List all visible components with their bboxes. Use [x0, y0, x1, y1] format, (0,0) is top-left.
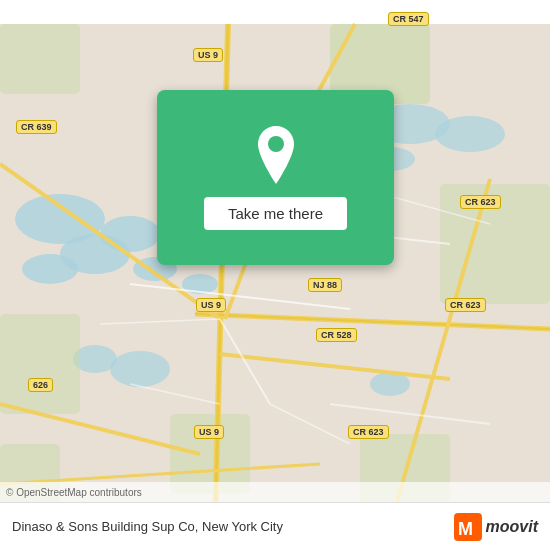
- road-label-626: 626: [28, 378, 53, 392]
- moovit-text: moovit: [486, 518, 538, 536]
- road-label-cr639: CR 639: [16, 120, 57, 134]
- road-label-us9-bot: US 9: [194, 425, 224, 439]
- road-label-us9-top: US 9: [193, 48, 223, 62]
- svg-rect-16: [0, 314, 80, 414]
- road-label-cr528: CR 528: [316, 328, 357, 342]
- map-background: [0, 0, 550, 550]
- svg-point-39: [268, 136, 284, 152]
- location-icon: [246, 125, 306, 185]
- attribution-bar: © OpenStreetMap contributors: [0, 482, 550, 502]
- svg-rect-14: [0, 24, 80, 94]
- road-label-us9-mid: US 9: [196, 298, 226, 312]
- action-card: Take me there: [157, 90, 394, 265]
- moovit-logo: M moovit: [454, 513, 538, 541]
- svg-text:M: M: [458, 519, 473, 539]
- road-label-cr623-bot: CR 623: [348, 425, 389, 439]
- road-label-nj88: NJ 88: [308, 278, 342, 292]
- svg-point-4: [22, 254, 78, 284]
- attribution-text: © OpenStreetMap contributors: [6, 487, 142, 498]
- road-label-cr547: CR 547: [388, 12, 429, 26]
- take-me-there-button[interactable]: Take me there: [204, 197, 347, 230]
- location-label: Dinaso & Sons Building Sup Co, New York …: [12, 519, 283, 534]
- svg-point-8: [435, 116, 505, 152]
- road-label-cr623-right: CR 623: [460, 195, 501, 209]
- bottom-bar: Dinaso & Sons Building Sup Co, New York …: [0, 502, 550, 550]
- moovit-icon: M: [454, 513, 482, 541]
- svg-point-10: [110, 351, 170, 387]
- map-container: CR 547 US 9 CR 639 NJ 88 CR 623 CR 623 U…: [0, 0, 550, 550]
- road-label-cr623-mid: CR 623: [445, 298, 486, 312]
